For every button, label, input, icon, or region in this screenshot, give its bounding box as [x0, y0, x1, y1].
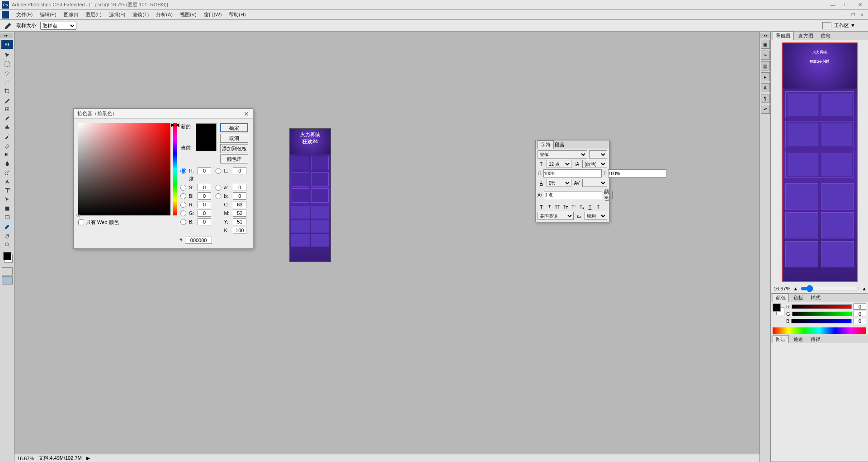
- tab-info[interactable]: 信息: [818, 32, 833, 40]
- nav-zoom-slider[interactable]: [801, 285, 859, 292]
- navigator-view[interactable]: 火力再续 狂欢24小时: [771, 40, 868, 284]
- menu-view[interactable]: 视图(V): [176, 11, 200, 18]
- dock-char-icon[interactable]: A: [761, 83, 770, 92]
- a-radio[interactable]: [215, 185, 222, 191]
- tab-paragraph[interactable]: 段落: [555, 141, 565, 148]
- dialog-close-button[interactable]: ✕: [244, 110, 249, 117]
- lasso-tool[interactable]: [1, 69, 14, 78]
- text-color-swatch[interactable]: [612, 191, 613, 199]
- font-size-select[interactable]: 12 点: [547, 160, 571, 168]
- color-libraries-button[interactable]: 颜色库: [220, 154, 248, 163]
- screenmode-button[interactable]: [2, 276, 13, 285]
- workspace-dropdown[interactable]: 工作区 ▼: [834, 22, 855, 29]
- tab-channels[interactable]: 通道: [791, 336, 806, 343]
- dock-para-icon[interactable]: ¶: [761, 94, 770, 103]
- cancel-button[interactable]: 取消: [220, 134, 248, 143]
- l-input[interactable]: [233, 167, 246, 174]
- tab-color[interactable]: 颜色: [773, 294, 789, 302]
- b-slider[interactable]: [791, 319, 852, 323]
- language-select[interactable]: 美国英语: [538, 212, 574, 220]
- tab-swatches[interactable]: 色板: [791, 294, 806, 302]
- app-menu-icon[interactable]: [2, 11, 9, 19]
- menu-help[interactable]: 帮助(H): [225, 11, 249, 18]
- tab-paths[interactable]: 路径: [808, 336, 823, 343]
- tab-histogram[interactable]: 直方图: [796, 32, 816, 40]
- h-radio[interactable]: [179, 168, 187, 174]
- vscale-input[interactable]: [543, 169, 602, 177]
- shape-tool[interactable]: [1, 204, 14, 213]
- dock-layers-icon[interactable]: ▤: [761, 61, 770, 70]
- blur-tool[interactable]: [1, 159, 14, 168]
- subscript-button[interactable]: T₁: [578, 203, 585, 210]
- dock-brushes-icon[interactable]: ▦: [761, 40, 770, 49]
- go-to-bridge-button[interactable]: [822, 22, 831, 29]
- tracking-select[interactable]: [582, 179, 607, 187]
- zoom-tool[interactable]: [1, 240, 14, 249]
- allcaps-button[interactable]: TT: [554, 203, 561, 210]
- history-brush-tool[interactable]: [1, 132, 14, 141]
- tab-layers[interactable]: 图层: [773, 335, 789, 343]
- gradient-tool[interactable]: [1, 150, 14, 159]
- doc-minimize[interactable]: —: [840, 11, 848, 19]
- bold-button[interactable]: T: [538, 203, 545, 210]
- maximize-button[interactable]: ☐: [840, 1, 853, 9]
- type-tool[interactable]: [1, 186, 14, 195]
- blue-input[interactable]: [198, 218, 211, 225]
- stamp-tool[interactable]: [1, 123, 14, 132]
- superscript-button[interactable]: T¹: [570, 203, 577, 210]
- close-button[interactable]: ✕: [854, 1, 866, 9]
- r-radio[interactable]: [179, 202, 187, 208]
- menu-window[interactable]: 窗口(W): [200, 11, 226, 18]
- g-value[interactable]: [854, 311, 866, 317]
- tab-character[interactable]: 字符: [538, 140, 554, 149]
- add-swatch-button[interactable]: 添加到色板: [220, 144, 248, 153]
- r-slider[interactable]: [792, 304, 852, 309]
- zoom-out-icon[interactable]: ▲: [793, 286, 798, 291]
- dodge-tool[interactable]: [1, 168, 14, 177]
- smallcaps-button[interactable]: Tᴛ: [562, 203, 569, 210]
- doc-close[interactable]: ✕: [858, 11, 866, 19]
- font-family-select[interactable]: 宋体: [538, 150, 587, 159]
- menu-layer[interactable]: 图层(L): [82, 11, 105, 18]
- a-input[interactable]: [233, 184, 246, 191]
- antialias-select[interactable]: 锐利: [585, 212, 607, 220]
- b-radio[interactable]: [179, 193, 187, 199]
- kerning-select[interactable]: 0%: [547, 179, 571, 187]
- color-panel-swatches[interactable]: [773, 303, 783, 317]
- path-select-tool[interactable]: [1, 195, 14, 204]
- foreground-swatch[interactable]: [3, 252, 11, 260]
- minimize-button[interactable]: —: [826, 1, 839, 9]
- doc-restore[interactable]: ❐: [849, 11, 857, 19]
- y-input[interactable]: [233, 218, 246, 225]
- k-input[interactable]: [233, 227, 246, 234]
- hscale-input[interactable]: [608, 169, 666, 177]
- wand-tool[interactable]: [1, 78, 14, 87]
- sample-size-select[interactable]: 取样点: [40, 22, 76, 30]
- menu-filter[interactable]: 滤镜(T): [129, 11, 152, 18]
- color-spectrum[interactable]: [773, 327, 866, 334]
- blue-radio[interactable]: [179, 219, 187, 225]
- quickmask-button[interactable]: [2, 267, 13, 275]
- menu-file[interactable]: 文件(F): [13, 11, 36, 18]
- s-radio[interactable]: [179, 185, 187, 191]
- l-radio[interactable]: [215, 168, 222, 174]
- lab-b-input[interactable]: [233, 192, 246, 200]
- b-value[interactable]: [854, 318, 866, 324]
- notes-tool[interactable]: [1, 213, 14, 222]
- r-input[interactable]: [198, 201, 211, 208]
- dock-clone-icon[interactable]: ✂: [761, 51, 770, 60]
- strikethrough-button[interactable]: T: [594, 203, 602, 210]
- underline-button[interactable]: T: [586, 203, 594, 210]
- menu-select[interactable]: 选择(S): [105, 11, 129, 18]
- baseline-input[interactable]: [544, 191, 602, 199]
- move-tool[interactable]: [1, 51, 14, 60]
- tab-navigator[interactable]: 导航器: [773, 32, 794, 40]
- canvas-area[interactable]: 火力再续 狂欢24 拾色器（前景色） ✕ 只有 Web 颜色: [14, 32, 760, 462]
- font-style-select[interactable]: -: [589, 150, 607, 159]
- ok-button[interactable]: 确定: [220, 123, 248, 132]
- eraser-tool[interactable]: [1, 141, 14, 150]
- italic-button[interactable]: T: [546, 203, 553, 210]
- status-zoom[interactable]: 16.67%: [17, 456, 34, 461]
- leading-select[interactable]: (自动): [582, 160, 607, 168]
- g-input[interactable]: [198, 210, 211, 217]
